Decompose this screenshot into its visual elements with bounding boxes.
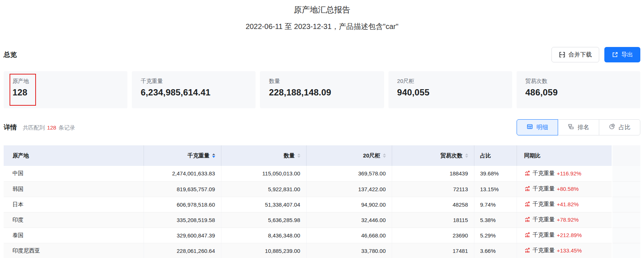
- page-title: 原产地汇总报告: [4, 4, 640, 15]
- export-button[interactable]: 导出: [604, 47, 640, 62]
- cell-teu: 369,578.00: [306, 166, 392, 181]
- stat-card-label: 原产地: [12, 77, 119, 85]
- data-table: 原产地 千克重量 数量 20尺柜: [4, 145, 640, 258]
- cell-weight: 329,600,847.39: [144, 228, 221, 243]
- table-icon: [527, 123, 533, 131]
- tab-share[interactable]: 占比: [599, 119, 640, 135]
- table-row[interactable]: 印度 335,208,519.58 5,636,285.98 32,446.00…: [4, 212, 640, 228]
- cell-trades: 188439: [392, 166, 474, 181]
- cell-teu: 33,780.00: [306, 243, 392, 258]
- export-icon: [612, 51, 618, 58]
- table-header: 原产地 千克重量 数量 20尺柜: [4, 145, 640, 166]
- stat-card-quantity: 数量 228,188,148.09: [260, 71, 384, 108]
- cell-weight: 2,474,001,633.83: [144, 166, 221, 181]
- yoy-metric: 千克重量: [533, 247, 555, 254]
- cell-weight: 228,061,260.64: [144, 243, 221, 258]
- table-row[interactable]: 日本 606,978,518.60 51,338,407.04 94,902.0…: [4, 197, 640, 212]
- cell-weight: 335,208,519.58: [144, 212, 221, 228]
- trend-up-icon: [524, 232, 531, 238]
- tab-label: 占比: [619, 124, 630, 131]
- cell-teu: 137,422.00: [306, 181, 392, 197]
- cell-gutter: [612, 243, 640, 258]
- trend-up-icon: [524, 186, 531, 192]
- ranking-icon: [568, 123, 574, 131]
- yoy-value: +212.89%: [557, 232, 582, 238]
- cell-share: 3.66%: [474, 243, 517, 258]
- stat-card-value: 228,188,148.09: [269, 87, 375, 98]
- sort-carets-icon[interactable]: [212, 153, 215, 158]
- cell-origin: 印度尼西亚: [4, 243, 144, 258]
- section-overview-heading: 总览: [4, 50, 17, 59]
- cell-gutter: [612, 212, 640, 228]
- cell-yoy: 千克重量 +133.45%: [517, 243, 612, 258]
- cell-weight: 606,978,518.60: [144, 197, 221, 212]
- cell-origin: 中国: [4, 166, 144, 181]
- cell-weight: 819,635,757.09: [144, 181, 221, 197]
- column-header-yoy: 同期比: [517, 145, 612, 166]
- cell-share: 39.68%: [474, 166, 517, 181]
- sort-carets-icon[interactable]: [383, 153, 386, 158]
- merge-icon: [559, 51, 565, 58]
- table-row[interactable]: 韩国 819,635,757.09 5,922,831.00 137,422.0…: [4, 181, 640, 197]
- cell-yoy: 千克重量 +116.92%: [517, 166, 612, 181]
- column-header-teu[interactable]: 20尺柜: [306, 145, 392, 166]
- trend-up-icon: [524, 170, 531, 176]
- export-label: 导出: [621, 51, 633, 59]
- page-subtitle: 2022-06-11 至 2023-12-31，产品描述包含"car": [4, 21, 640, 32]
- column-header-quantity[interactable]: 数量: [221, 145, 306, 166]
- yoy-metric: 千克重量: [533, 185, 555, 192]
- cell-gutter: [612, 197, 640, 212]
- details-left: 详情 共匹配到 128 条记录: [4, 123, 75, 132]
- cell-trades: 23690: [392, 228, 474, 243]
- table-row[interactable]: 泰国 329,600,847.39 8,436,348.00 46,668.00…: [4, 228, 640, 243]
- cell-trades: 18115: [392, 212, 474, 228]
- cell-share: 5.38%: [474, 212, 517, 228]
- sort-carets-icon[interactable]: [297, 153, 300, 158]
- column-header-gutter: [612, 145, 640, 166]
- match-prefix: 共匹配到: [23, 124, 45, 131]
- overview-bar: 总览 合并下载: [4, 46, 640, 63]
- cell-teu: 94,902.00: [306, 197, 392, 212]
- tab-label: 排名: [578, 124, 589, 131]
- cell-origin: 印度: [4, 212, 144, 228]
- yoy-metric: 千克重量: [533, 170, 555, 177]
- cell-yoy: 千克重量 +41.82%: [517, 197, 612, 212]
- trend-up-icon: [524, 201, 531, 207]
- report-page: 原产地汇总报告 2022-06-11 至 2023-12-31，产品描述包含"c…: [0, 4, 644, 258]
- column-header-share: 占比: [474, 145, 517, 166]
- cell-origin: 韩国: [4, 181, 144, 197]
- tab-label: 明细: [536, 124, 548, 131]
- tab-detail[interactable]: 明细: [517, 119, 558, 135]
- column-header-trades[interactable]: 贸易次数: [392, 145, 474, 166]
- stat-card-label: 贸易次数: [525, 77, 632, 85]
- yoy-metric: 千克重量: [533, 201, 555, 208]
- cell-gutter: [612, 181, 640, 197]
- cell-quantity: 51,338,407.04: [221, 197, 306, 212]
- stat-card-label: 数量: [269, 77, 375, 85]
- stat-card-label: 20尺柜: [397, 77, 503, 85]
- trend-up-icon: [524, 217, 531, 222]
- table-row[interactable]: 印度尼西亚 228,061,260.64 10,885,239.00 33,78…: [4, 243, 640, 258]
- yoy-metric: 千克重量: [533, 216, 555, 223]
- details-bar: 详情 共匹配到 128 条记录 明细: [4, 119, 640, 135]
- yoy-value: +78.92%: [557, 217, 579, 223]
- tab-ranking[interactable]: 排名: [558, 119, 599, 135]
- cell-teu: 46,668.00: [306, 228, 392, 243]
- cell-quantity: 5,636,285.98: [221, 212, 306, 228]
- stat-card-value: 940,055: [397, 87, 503, 98]
- merge-download-button[interactable]: 合并下载: [551, 47, 599, 62]
- cell-quantity: 8,436,348.00: [221, 228, 306, 243]
- yoy-value: +80.58%: [557, 186, 579, 192]
- table-row[interactable]: 中国 2,474,001,633.83 115,050,013.00 369,5…: [4, 166, 640, 181]
- cell-yoy: 千克重量 +212.89%: [517, 228, 612, 243]
- column-header-weight[interactable]: 千克重量: [144, 145, 221, 166]
- cell-teu: 32,446.00: [306, 212, 392, 228]
- sort-carets-icon[interactable]: [465, 153, 468, 158]
- column-header-origin: 原产地: [4, 145, 144, 166]
- pie-icon: [609, 123, 615, 131]
- cell-trades: 48258: [392, 197, 474, 212]
- match-suffix: 条记录: [58, 124, 75, 131]
- stat-card-trades: 贸易次数 486,059: [517, 71, 640, 108]
- cell-share: 5.29%: [474, 228, 517, 243]
- stat-card-origin: 原产地 128: [4, 71, 127, 108]
